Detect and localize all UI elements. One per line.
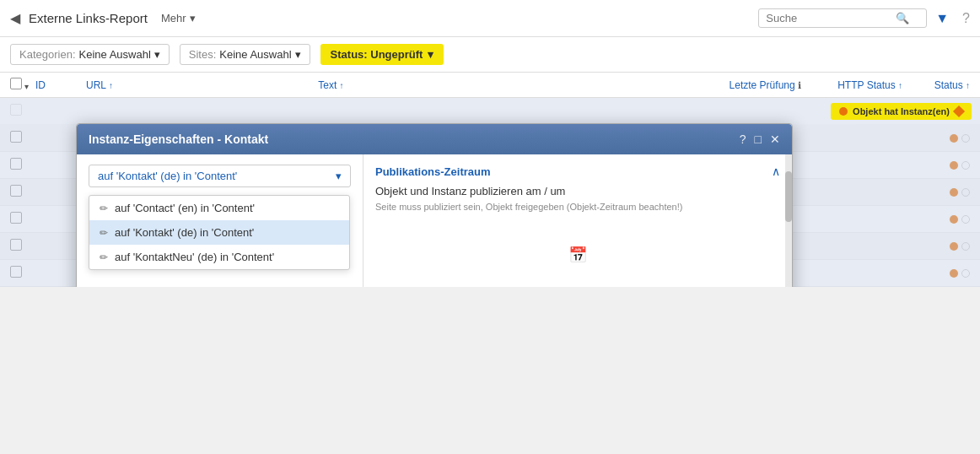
status-filter[interactable]: Status: Ungeprüft ▾ [320, 44, 444, 65]
filter-bar: Kategorien: Keine Auswahl ▾ Sites: Keine… [0, 37, 980, 73]
top-bar: ◀ Externe Links-Report Mehr ▾ 🔍 ▼ ? [0, 0, 980, 37]
modal-left-panel: auf 'Kontakt' (de) in 'Content' ▾ ✏ auf … [77, 154, 363, 287]
status-label: Status: Ungeprüft [331, 48, 423, 61]
kategorien-filter[interactable]: Kategorien: Keine Auswahl ▾ [10, 44, 170, 65]
modal-help-icon[interactable]: ? [740, 132, 746, 146]
instance-tooltip: Objekt hat Instanz(en) [831, 103, 972, 120]
instance-dropdown-menu: ✏ auf 'Contact' (en) in 'Content' ✏ auf … [89, 195, 350, 270]
mehr-button[interactable]: Mehr ▾ [161, 12, 196, 24]
pub-hint: Seite muss publiziert sein, Objekt freig… [375, 201, 780, 213]
dropdown-label: auf 'Kontakt' (de) in 'Content' [98, 170, 237, 182]
header-http[interactable]: HTTP Status ↑ [801, 79, 902, 91]
pencil-icon-0: ✏ [100, 203, 108, 214]
tooltip-dot [839, 107, 848, 116]
dropdown-item-0[interactable]: ✏ auf 'Contact' (en) in 'Content' [89, 196, 349, 220]
header-letzte[interactable]: Letzte Prüfung ℹ [666, 79, 801, 91]
dropdown-item-1[interactable]: ✏ auf 'Kontakt' (de) in 'Content' [89, 220, 349, 245]
dropdown-item-2[interactable]: ✏ auf 'KontaktNeu' (de) in 'Content' [89, 245, 349, 269]
pub-section-title: Publikations-Zeitraum [375, 165, 772, 178]
kategorien-value: Keine Auswahl [79, 48, 151, 61]
table-body: Objekt hat Instanz(en) Instanz-Eigenscha… [0, 98, 980, 287]
header-status[interactable]: Status ↑ [902, 79, 970, 91]
pencil-icon-2: ✏ [100, 251, 108, 263]
pub-label: Objekt und Instanz publizieren am / um [375, 185, 780, 197]
modal-close-icon[interactable]: ✕ [770, 132, 780, 146]
sites-filter[interactable]: Sites: Keine Auswahl ▾ [180, 44, 310, 65]
modal-right-panel: Publikations-Zeitraum ∧ Objekt und Insta… [363, 154, 792, 287]
header-check-chevron[interactable]: ▾ [24, 82, 29, 91]
modal-body: auf 'Kontakt' (de) in 'Content' ▾ ✏ auf … [77, 154, 792, 287]
header-id[interactable]: ID [35, 79, 86, 91]
text-sort-icon: ↑ [340, 81, 344, 90]
back-button[interactable]: ◀ [10, 10, 20, 26]
instance-dropdown[interactable]: auf 'Kontakt' (de) in 'Content' ▾ [89, 165, 351, 187]
status-chevron-icon: ▾ [428, 48, 433, 61]
sites-value: Keine Auswahl [219, 48, 291, 61]
mehr-chevron-icon: ▾ [190, 12, 196, 24]
sites-chevron-icon: ▾ [295, 48, 301, 61]
url-sort-icon: ↑ [109, 81, 113, 90]
search-input[interactable] [766, 12, 892, 24]
dropdown-item-label-0: auf 'Contact' (en) in 'Content' [115, 202, 255, 214]
filter-icon[interactable]: ▼ [935, 11, 949, 26]
select-all-checkbox[interactable] [10, 78, 22, 89]
mehr-label: Mehr [161, 12, 186, 24]
app-title: Externe Links-Report [29, 11, 148, 25]
kategorien-chevron-icon: ▾ [154, 48, 160, 61]
header-url[interactable]: URL ↑ [86, 79, 318, 91]
dropdown-item-label-1: auf 'Kontakt' (de) in 'Content' [115, 226, 254, 239]
tooltip-text: Objekt hat Instanz(en) [853, 106, 950, 116]
modal-maximize-icon[interactable]: □ [755, 132, 762, 146]
search-box[interactable]: 🔍 [758, 8, 927, 28]
pencil-icon-1: ✏ [100, 227, 108, 239]
header-text[interactable]: Text ↑ [318, 79, 550, 91]
modal-title: Instanz-Eigenschaften - Kontakt [89, 132, 740, 146]
table-header: ▾ ID URL ↑ Text ↑ Letzte Prüfung ℹ HTTP … [0, 73, 980, 98]
modal-header: Instanz-Eigenschaften - Kontakt ? □ ✕ [77, 124, 792, 154]
scrollbar-track[interactable] [785, 154, 792, 287]
dropdown-item-label-2: auf 'KontaktNeu' (de) in 'Content' [115, 251, 274, 263]
pub-collapse-icon[interactable]: ∧ [772, 165, 780, 178]
calendar-icon[interactable]: 📅 [568, 246, 587, 264]
sites-label: Sites: [189, 48, 217, 61]
dropdown-chevron-icon: ▾ [336, 170, 342, 182]
status-sort-icon: ↑ [966, 81, 970, 90]
scrollbar-thumb[interactable] [785, 171, 792, 222]
search-icon: 🔍 [896, 12, 909, 24]
help-icon[interactable]: ? [962, 11, 970, 26]
tooltip-diamond [953, 105, 965, 117]
kategorien-label: Kategorien: [19, 48, 76, 61]
modal: Instanz-Eigenschaften - Kontakt ? □ ✕ au… [76, 123, 793, 287]
